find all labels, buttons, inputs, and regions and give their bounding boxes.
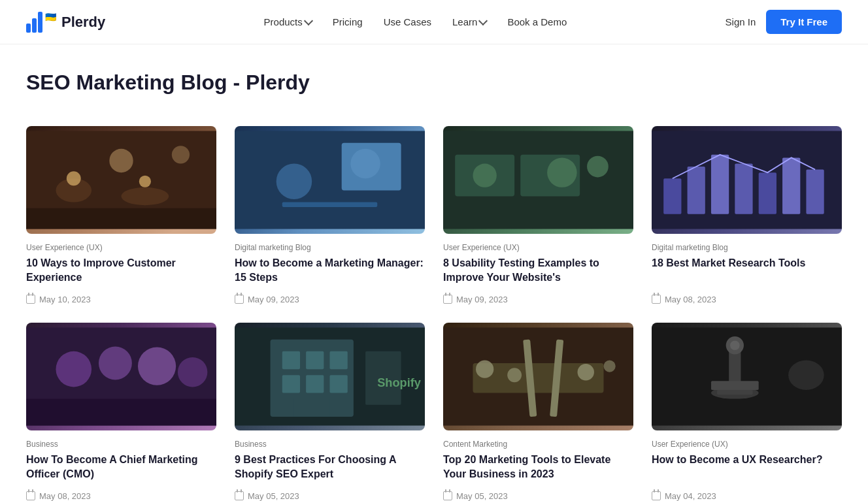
- card-title: How to Become a UX Researcher?: [652, 453, 842, 482]
- svg-point-59: [788, 360, 824, 389]
- card-category: Digital marketing Blog: [652, 243, 842, 252]
- calendar-icon: [443, 491, 452, 500]
- card-date-text: May 09, 2023: [456, 295, 508, 304]
- svg-point-29: [99, 346, 132, 380]
- svg-point-31: [178, 357, 207, 387]
- svg-point-50: [578, 364, 594, 380]
- card-date: May 04, 2023: [652, 491, 842, 501]
- blog-card-2[interactable]: Digital marketing Blog How to Become a M…: [235, 126, 425, 304]
- svg-rect-36: [306, 351, 324, 369]
- blog-card-8[interactable]: User Experience (UX) How to Become a UX …: [652, 323, 842, 501]
- svg-point-58: [730, 340, 740, 350]
- chevron-down-icon: [478, 16, 488, 25]
- card-title: Top 20 Marketing Tools to Elevate Your B…: [443, 453, 633, 482]
- card-date-text: May 09, 2023: [248, 295, 299, 304]
- card-category: User Experience (UX): [652, 440, 842, 449]
- svg-rect-41: [294, 398, 330, 416]
- svg-rect-25: [782, 157, 800, 214]
- card-date-text: May 08, 2023: [665, 295, 716, 304]
- card-date: May 05, 2023: [443, 491, 633, 501]
- svg-point-4: [139, 176, 151, 187]
- calendar-icon: [26, 295, 35, 304]
- svg-point-16: [473, 163, 496, 187]
- card-title: 8 Usability Testing Examples to Improve …: [443, 256, 633, 285]
- blog-card-6[interactable]: Shopify Business 9 Best Practices For Ch…: [235, 323, 425, 501]
- main-nav: Products Pricing Use Cases Learn Book a …: [264, 16, 567, 27]
- chevron-down-icon: [304, 16, 313, 25]
- nav-book-demo[interactable]: Book a Demo: [507, 16, 567, 27]
- logo-icon: 🇺🇦: [26, 12, 56, 33]
- blog-card-7[interactable]: Content Marketing Top 20 Marketing Tools…: [443, 323, 633, 501]
- nav-products[interactable]: Products: [264, 16, 312, 27]
- svg-rect-35: [282, 351, 300, 369]
- svg-rect-20: [663, 178, 681, 214]
- card-date: May 08, 2023: [26, 491, 216, 501]
- nav-use-cases[interactable]: Use Cases: [384, 16, 431, 27]
- card-title: 18 Best Market Research Tools: [652, 256, 842, 285]
- svg-rect-56: [711, 381, 759, 390]
- blog-card-3[interactable]: User Experience (UX) 8 Usability Testing…: [443, 126, 633, 304]
- calendar-icon: [443, 295, 452, 304]
- card-image: [443, 126, 633, 234]
- svg-rect-22: [711, 155, 729, 214]
- header-actions: Sign In Try It Free: [726, 10, 842, 34]
- svg-rect-21: [688, 167, 705, 214]
- card-image: [26, 323, 216, 430]
- calendar-icon: [652, 491, 661, 500]
- card-image: [235, 126, 425, 234]
- calendar-icon: [235, 491, 244, 500]
- svg-rect-24: [759, 172, 776, 214]
- logo-flag: 🇺🇦: [45, 12, 56, 22]
- svg-point-7: [172, 146, 190, 163]
- card-category: User Experience (UX): [443, 243, 633, 252]
- sign-in-link[interactable]: Sign In: [726, 16, 756, 27]
- blog-grid: User Experience (UX) 10 Ways to Improve …: [26, 126, 842, 501]
- card-title: 9 Best Practices For Choosing A Shopify …: [235, 453, 425, 482]
- card-category: User Experience (UX): [26, 243, 216, 252]
- card-date: May 08, 2023: [652, 295, 842, 304]
- card-date: May 09, 2023: [235, 295, 425, 304]
- card-date: May 09, 2023: [443, 295, 633, 304]
- svg-text:Shopify: Shopify: [377, 376, 422, 389]
- card-category: Content Marketing: [443, 440, 633, 449]
- page-title: SEO Marketing Blog - Plerdy: [26, 71, 842, 95]
- try-free-button[interactable]: Try It Free: [766, 10, 842, 34]
- card-title: How To Become A Chief Marketing Officer …: [26, 453, 216, 482]
- svg-point-51: [604, 360, 616, 372]
- calendar-icon: [26, 491, 35, 500]
- svg-rect-32: [26, 398, 216, 425]
- svg-point-17: [547, 157, 576, 187]
- card-image: [26, 126, 216, 234]
- logo[interactable]: 🇺🇦 Plerdy: [26, 12, 105, 33]
- card-date-text: May 05, 2023: [248, 491, 299, 501]
- card-date-text: May 08, 2023: [39, 491, 91, 501]
- svg-point-11: [276, 163, 312, 199]
- card-date: May 10, 2023: [26, 295, 216, 304]
- svg-point-30: [138, 347, 176, 385]
- card-category: Business: [26, 440, 216, 449]
- blog-card-1[interactable]: User Experience (UX) 10 Ways to Improve …: [26, 126, 216, 304]
- card-title: 10 Ways to Improve Customer Experience: [26, 256, 216, 285]
- svg-point-2: [122, 187, 169, 205]
- svg-rect-12: [282, 202, 378, 207]
- card-date: May 05, 2023: [235, 491, 425, 501]
- svg-rect-5: [26, 208, 216, 229]
- card-date-text: May 05, 2023: [456, 491, 508, 501]
- blog-card-4[interactable]: Digital marketing Blog 18 Best Market Re…: [652, 126, 842, 304]
- svg-point-6: [109, 149, 133, 172]
- card-image: Shopify: [235, 323, 425, 430]
- card-date-text: May 10, 2023: [39, 295, 91, 304]
- logo-text: Plerdy: [61, 14, 105, 31]
- svg-point-48: [476, 360, 493, 378]
- calendar-icon: [235, 295, 244, 304]
- card-image: [652, 126, 842, 234]
- calendar-icon: [652, 295, 661, 304]
- card-image: [443, 323, 633, 430]
- svg-rect-23: [735, 163, 752, 214]
- svg-rect-37: [330, 351, 348, 369]
- nav-learn[interactable]: Learn: [452, 16, 486, 27]
- blog-card-5[interactable]: Business How To Become A Chief Marketing…: [26, 323, 216, 501]
- card-title: How to Become a Marketing Manager: 15 St…: [235, 256, 425, 285]
- card-image: [652, 323, 842, 430]
- nav-pricing[interactable]: Pricing: [333, 16, 363, 27]
